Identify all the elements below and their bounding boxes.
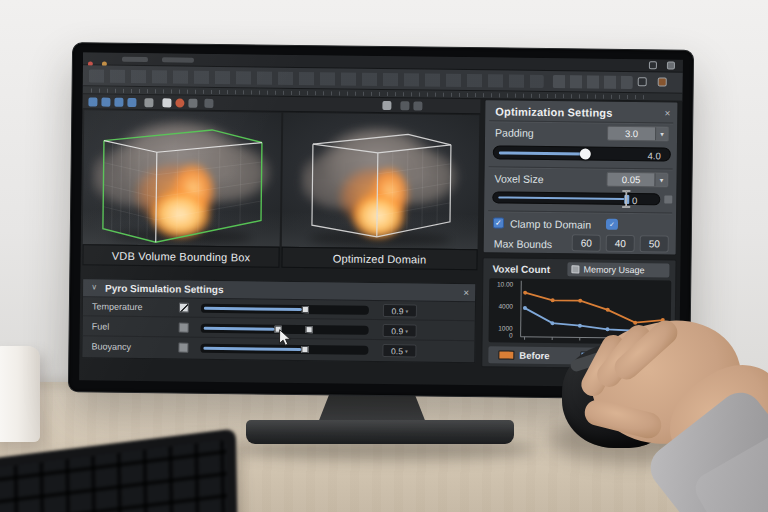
photo-scene: VDB Volume Bounding Box Optimized Domain… bbox=[0, 0, 768, 512]
viewport-vdb-bounding-box[interactable] bbox=[83, 110, 282, 246]
temperature-value[interactable]: 0.9 ▾ bbox=[383, 304, 417, 317]
y-tick-label: 4000 bbox=[489, 302, 513, 309]
max-bounds-z-button[interactable]: 50 bbox=[640, 235, 669, 252]
render-icon[interactable] bbox=[658, 77, 667, 86]
buoyancy-slider[interactable] bbox=[200, 344, 368, 355]
panel-icon[interactable] bbox=[667, 61, 675, 69]
chevron-down-icon: ▾ bbox=[655, 127, 668, 140]
lock-icon[interactable] bbox=[382, 101, 391, 110]
viewport-tool-icon[interactable] bbox=[114, 98, 123, 107]
padding-value: 4.0 bbox=[648, 150, 661, 161]
viewport-label-right: Optimized Domain bbox=[281, 247, 477, 270]
max-bounds-label: Max Bounds bbox=[494, 237, 553, 250]
slider-knob[interactable] bbox=[275, 326, 282, 333]
clamp-label: Clamp to Domain bbox=[510, 218, 591, 231]
clamp-checkbox[interactable]: ✓ bbox=[493, 217, 504, 228]
optimization-settings-panel: Optimization Settings × Padding 3.0 ▾ 4.… bbox=[483, 99, 679, 255]
memory-usage-toggle[interactable]: Memory Usage bbox=[567, 262, 669, 277]
viewport-tool-icon[interactable] bbox=[188, 99, 197, 108]
voxel-size-label: Voxel Size bbox=[494, 172, 543, 185]
max-bounds-y-button[interactable]: 40 bbox=[606, 235, 635, 252]
panel-title: Pyro Simulation Settings bbox=[105, 283, 223, 295]
menu-item[interactable] bbox=[122, 57, 148, 62]
buoyancy-checkbox[interactable] bbox=[178, 343, 188, 353]
temperature-slider[interactable] bbox=[201, 304, 369, 315]
grid-view-icon[interactable] bbox=[638, 77, 647, 86]
pyro-row-buoyancy: Buoyancy 0.5 ▾ bbox=[82, 337, 474, 361]
menu-item[interactable] bbox=[162, 57, 194, 62]
checkbox-icon bbox=[571, 265, 579, 273]
monitor-stand-base bbox=[246, 420, 514, 444]
collapse-chevron-icon[interactable]: ∨ bbox=[91, 282, 97, 291]
record-icon[interactable] bbox=[175, 98, 184, 107]
chevron-down-icon: ▾ bbox=[405, 308, 408, 314]
chart-title: Voxel Count bbox=[492, 263, 550, 275]
voxel-size-preset-select[interactable]: 0.05 ▾ bbox=[606, 172, 668, 188]
fuel-slider[interactable] bbox=[201, 324, 369, 335]
speaker-cylinder bbox=[0, 346, 40, 442]
slider-knob[interactable] bbox=[580, 148, 591, 159]
close-icon[interactable]: × bbox=[463, 287, 469, 298]
green-bounding-box-wireframe bbox=[83, 110, 282, 246]
viewport-tool-icon[interactable] bbox=[144, 98, 153, 107]
toolbar-buttons-strip[interactable] bbox=[553, 75, 633, 89]
slider-knob[interactable] bbox=[302, 306, 309, 313]
camera-icon[interactable] bbox=[162, 98, 171, 107]
viewport-tool-icon[interactable] bbox=[204, 99, 213, 108]
chevron-down-icon: ▾ bbox=[405, 328, 408, 334]
viewport-tool-icon[interactable] bbox=[88, 97, 97, 106]
y-axis-labels: 10.00400010000 bbox=[489, 278, 516, 342]
chevron-down-icon: ▾ bbox=[405, 348, 408, 354]
before-swatch bbox=[498, 350, 514, 359]
toolbar-buttons-strip[interactable] bbox=[89, 69, 544, 88]
temperature-checkbox[interactable] bbox=[179, 303, 189, 313]
clamp-option-badge-icon[interactable]: ✓ bbox=[606, 219, 618, 230]
max-bounds-group: 60 40 50 bbox=[572, 234, 672, 252]
viewport-tool-icon[interactable] bbox=[413, 101, 422, 110]
viewport-tool-icon[interactable] bbox=[127, 98, 136, 107]
padding-label: Padding bbox=[495, 126, 534, 138]
padding-slider[interactable]: 4.0 bbox=[493, 145, 671, 161]
viewport-label-left: VDB Volume Bounding Box bbox=[82, 244, 279, 267]
pyro-simulation-settings-panel: ∨ Pyro Simulation Settings × Temperature… bbox=[81, 278, 476, 363]
y-tick-label: 10.00 bbox=[489, 280, 513, 287]
slider-knob[interactable] bbox=[624, 194, 629, 203]
close-icon[interactable]: × bbox=[664, 107, 670, 118]
y-tick-label: 0 bbox=[489, 331, 513, 338]
voxel-size-slider[interactable]: 0 bbox=[492, 191, 660, 205]
fuel-value[interactable]: 0.9 ▾ bbox=[383, 324, 417, 337]
slider-knob[interactable] bbox=[302, 346, 309, 353]
slider-lock-handle[interactable] bbox=[664, 195, 672, 203]
viewport-tool-icon[interactable] bbox=[400, 101, 409, 110]
white-domain-wireframe bbox=[282, 113, 480, 249]
buoyancy-value[interactable]: 0.5 ▾ bbox=[382, 344, 416, 357]
viewport-optimized-domain[interactable] bbox=[282, 113, 480, 249]
voxel-size-value: 0 bbox=[632, 195, 637, 206]
fuel-checkbox[interactable] bbox=[179, 323, 189, 333]
viewport-tool-icon[interactable] bbox=[101, 98, 110, 107]
max-bounds-x-button[interactable]: 60 bbox=[572, 234, 601, 251]
hand-with-mouse bbox=[540, 318, 768, 512]
slider-knob-secondary[interactable] bbox=[305, 326, 312, 333]
padding-preset-select[interactable]: 3.0 ▾ bbox=[607, 126, 669, 142]
layout-icon[interactable] bbox=[649, 61, 657, 69]
panel-title: Optimization Settings bbox=[495, 105, 612, 118]
chevron-down-icon: ▾ bbox=[654, 173, 667, 186]
